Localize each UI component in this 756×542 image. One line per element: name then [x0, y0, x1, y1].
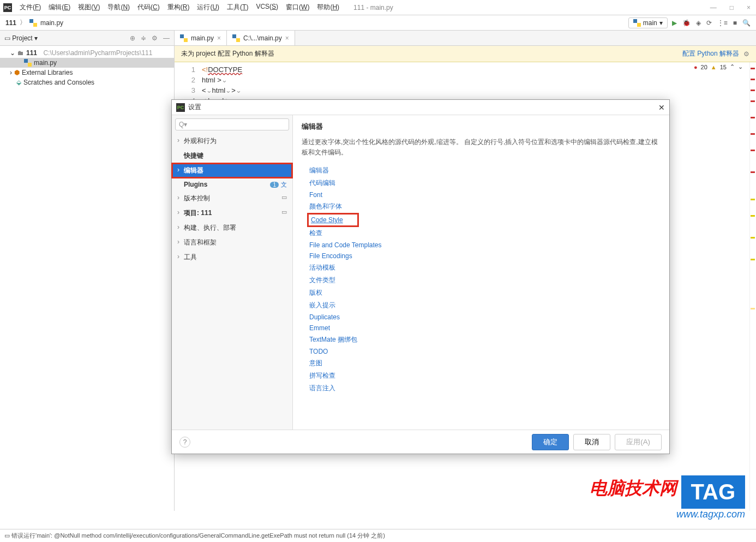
breadcrumb-file[interactable]: main.py — [40, 19, 63, 27]
tree-scratches[interactable]: ⬙ Scratches and Consoles — [0, 78, 174, 87]
error-mark[interactable] — [751, 90, 755, 91]
link-duplicates[interactable]: Duplicates — [309, 312, 661, 323]
gear-icon[interactable]: ⚙ — [152, 34, 158, 42]
coverage-icon[interactable]: ◈ — [696, 19, 701, 27]
project-tool-icon[interactable]: ▭ — [4, 34, 10, 42]
gear-icon[interactable]: ⚙ — [743, 50, 749, 58]
link-spelling[interactable]: 拼写检查 — [309, 370, 661, 382]
breadcrumb[interactable]: 111 〉 main.py — [5, 18, 63, 27]
cat-editor[interactable]: 编辑器 — [172, 163, 292, 178]
link-inspections[interactable]: 检查 — [309, 227, 661, 240]
chevron-down-icon: ▾ — [659, 19, 663, 27]
link-colors[interactable]: 颜色和字体 — [309, 200, 661, 213]
menu-file[interactable]: 文件(F) — [16, 2, 44, 13]
run-icon[interactable]: ▶ — [672, 19, 677, 27]
link-todo[interactable]: TODO — [309, 346, 661, 357]
close-tab-icon[interactable]: × — [217, 34, 221, 42]
link-live-templates[interactable]: 活动模板 — [309, 261, 661, 274]
stop-icon[interactable]: ■ — [733, 19, 737, 27]
error-mark[interactable] — [751, 79, 755, 80]
link-editor[interactable]: 编辑器 — [309, 164, 661, 177]
python-file-icon — [29, 19, 37, 27]
chevron-up-icon[interactable]: ⌃ — [730, 63, 735, 70]
close-tab-icon[interactable]: × — [285, 34, 289, 42]
search-icon[interactable]: 🔍 — [742, 19, 751, 27]
status-icon[interactable]: ▭ — [4, 532, 10, 539]
cat-tools[interactable]: 工具 — [172, 250, 292, 265]
tree-external-libs[interactable]: › ⬢ External Libraries — [0, 68, 174, 78]
chevron-down-icon[interactable]: ⌄ — [738, 63, 743, 70]
error-mark[interactable] — [751, 133, 755, 135]
ok-button[interactable]: 确定 — [532, 434, 569, 450]
tab-main-py[interactable]: main.py × — [175, 31, 227, 45]
close-icon[interactable]: × — [745, 4, 753, 11]
weak-warning-mark[interactable] — [751, 308, 755, 309]
link-lang-injections[interactable]: 语言注入 — [309, 382, 661, 395]
link-inlay[interactable]: 嵌入提示 — [309, 299, 661, 312]
warning-mark[interactable] — [751, 215, 755, 217]
cat-plugins[interactable]: Plugins1文 — [172, 178, 292, 191]
menu-refactor[interactable]: 重构(R) — [164, 2, 193, 13]
error-stripe[interactable] — [749, 62, 756, 511]
menu-help[interactable]: 帮助(H) — [314, 2, 343, 13]
settings-search[interactable]: Q▾ — [175, 118, 289, 130]
menu-bar: 文件(F) 编辑(E) 视图(V) 导航(N) 代码(C) 重构(R) 运行(U… — [16, 2, 343, 13]
breadcrumb-project[interactable]: 111 — [5, 19, 16, 27]
close-dialog-icon[interactable]: ✕ — [658, 103, 665, 112]
debug-icon[interactable]: 🐞 — [682, 19, 691, 27]
link-code-style[interactable]: Code Style — [307, 213, 359, 227]
help-icon[interactable]: ? — [179, 437, 190, 448]
profile-icon[interactable]: ⟳ — [706, 19, 712, 27]
menu-run[interactable]: 运行(U) — [194, 2, 223, 13]
menu-view[interactable]: 视图(V) — [75, 2, 103, 13]
apply-button[interactable]: 应用(A) — [615, 434, 662, 450]
tab-external-main-py[interactable]: C:\...\main.py × — [227, 31, 295, 45]
python-file-icon — [180, 34, 188, 42]
error-mark[interactable] — [751, 150, 755, 151]
more-icon[interactable]: ⋮≡ — [717, 19, 728, 27]
cat-build[interactable]: 构建、执行、部署 — [172, 221, 292, 235]
menu-edit[interactable]: 编辑(E) — [45, 2, 74, 13]
menu-tools[interactable]: 工具(T) — [224, 2, 251, 13]
cat-languages[interactable]: 语言和框架 — [172, 235, 292, 250]
link-file-templates[interactable]: File and Code Templates — [309, 240, 661, 251]
error-mark[interactable] — [751, 100, 755, 102]
link-font[interactable]: Font — [309, 189, 661, 200]
warning-text: 未为 project 配置 Python 解释器 — [181, 49, 274, 58]
menu-vcs[interactable]: VCS(S) — [253, 2, 281, 13]
maximize-icon[interactable]: □ — [728, 4, 736, 11]
error-mark[interactable] — [751, 171, 755, 173]
link-intentions[interactable]: 意图 — [309, 357, 661, 370]
error-mark[interactable] — [751, 117, 755, 118]
file-name: main.py — [34, 59, 57, 67]
warning-mark[interactable] — [751, 237, 755, 239]
link-code-editing[interactable]: 代码编辑 — [309, 177, 661, 189]
cancel-button[interactable]: 取消 — [573, 434, 610, 450]
tree-file-main[interactable]: main.py — [0, 58, 174, 68]
tree-root[interactable]: ⌄ 🖿 111 C:\Users\admin\PycharmProjects\1… — [0, 48, 174, 58]
link-file-types[interactable]: 文件类型 — [309, 274, 661, 287]
hide-icon[interactable]: — — [163, 34, 170, 42]
warning-mark[interactable] — [751, 199, 755, 200]
cat-appearance[interactable]: 外观和行为 — [172, 134, 292, 148]
menu-code[interactable]: 代码(C) — [134, 2, 163, 13]
menu-navigate[interactable]: 导航(N) — [104, 2, 133, 13]
run-config-select[interactable]: main ▾ — [628, 17, 668, 28]
error-mark[interactable] — [751, 68, 755, 69]
scratches-label: Scratches and Consoles — [23, 79, 94, 86]
cat-vcs[interactable]: 版本控制▭ — [172, 191, 292, 206]
warning-mark[interactable] — [751, 259, 755, 260]
link-copyright[interactable]: 版权 — [309, 287, 661, 299]
expand-icon[interactable]: ≑ — [141, 34, 146, 42]
inspection-widget[interactable]: ●20 ▲15 ⌃ ⌄ — [694, 63, 743, 70]
select-opened-icon[interactable]: ⊕ — [130, 34, 135, 42]
configure-interpreter-link[interactable]: 配置 Python 解释器 — [682, 49, 739, 58]
link-emmet[interactable]: Emmet — [309, 323, 661, 333]
cat-project[interactable]: 项目: 111▭ — [172, 206, 292, 221]
link-textmate[interactable]: TextMate 捆绑包 — [309, 333, 661, 346]
minimize-icon[interactable]: — — [708, 4, 719, 11]
cat-keymap[interactable]: 快捷键 — [172, 148, 292, 163]
link-encodings[interactable]: File Encodings — [309, 251, 661, 261]
project-title[interactable]: Project ▾ — [12, 34, 130, 42]
menu-window[interactable]: 窗口(W) — [283, 2, 313, 13]
